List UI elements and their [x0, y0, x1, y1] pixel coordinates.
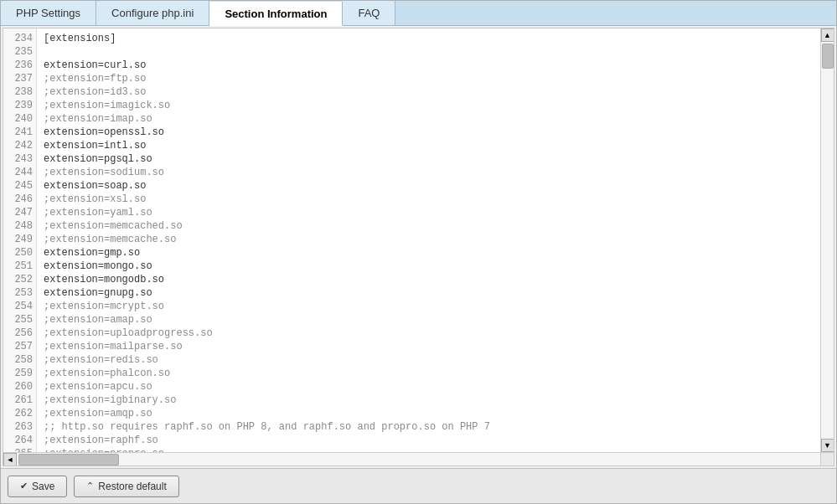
- vertical-scrollbar[interactable]: ▲ ▼: [820, 28, 834, 452]
- code-line-237: ;extension=ftp.so: [44, 72, 635, 85]
- line-number-249: 249: [5, 233, 33, 246]
- code-line-255: ;extension=amap.so: [44, 313, 635, 327]
- line-number-250: 250: [5, 246, 33, 260]
- code-line-259: ;extension=phalcon.so: [44, 367, 635, 380]
- code-scroll-area[interactable]: 2342352362372382392402412422432442452462…: [3, 28, 820, 452]
- save-icon: ✔: [20, 481, 28, 491]
- code-line-262: ;extension=amqp.so: [44, 407, 635, 420]
- code-line-240: ;extension=imap.so: [44, 112, 635, 126]
- line-number-257: 257: [5, 340, 33, 353]
- code-line-235: [44, 45, 635, 59]
- hscroll-thumb[interactable]: [18, 454, 119, 465]
- code-line-244: ;extension=sodium.so: [44, 166, 635, 179]
- tab-section-information[interactable]: Section Information: [209, 2, 343, 26]
- code-lines: [extensions]extension=curl.so;extension=…: [37, 28, 642, 452]
- code-line-261: ;extension=igbinary.so: [44, 393, 635, 407]
- line-number-238: 238: [5, 85, 33, 99]
- content-area: 2342352362372382392402412422432442452462…: [3, 28, 834, 466]
- code-line-241: extension=openssl.so: [44, 126, 635, 139]
- code-line-265: ;extension=propro.so: [44, 447, 635, 452]
- code-line-253: extension=gnupg.so: [44, 286, 635, 300]
- code-line-251: extension=mongo.so: [44, 260, 635, 273]
- code-line-236: extension=curl.so: [44, 59, 635, 72]
- line-number-240: 240: [5, 112, 33, 126]
- line-number-253: 253: [5, 286, 33, 300]
- line-number-236: 236: [5, 59, 33, 72]
- line-number-251: 251: [5, 260, 33, 273]
- hscroll-left-arrow[interactable]: ◄: [3, 453, 17, 466]
- code-line-239: ;extension=imagick.so: [44, 99, 635, 112]
- line-number-252: 252: [5, 273, 33, 286]
- code-line-264: ;extension=raphf.so: [44, 434, 635, 447]
- hscroll-track[interactable]: [17, 453, 820, 466]
- code-line-263: ;; http.so requires raphf.so on PHP 8, a…: [44, 420, 635, 434]
- line-number-258: 258: [5, 353, 33, 367]
- code-line-247: ;extension=yaml.so: [44, 206, 635, 219]
- line-number-235: 235: [5, 45, 33, 59]
- footer-bar: ✔ Save ⌃ Restore default: [1, 468, 836, 503]
- code-editor: 2342352362372382392402412422432442452462…: [3, 28, 834, 452]
- code-line-243: extension=pgsql.so: [44, 152, 635, 166]
- line-number-263: 263: [5, 420, 33, 434]
- line-number-262: 262: [5, 407, 33, 420]
- code-line-250: extension=gmp.so: [44, 246, 635, 260]
- code-line-249: ;extension=memcache.so: [44, 233, 635, 246]
- line-number-246: 246: [5, 193, 33, 206]
- restore-default-button[interactable]: ⌃ Restore default: [74, 476, 178, 497]
- line-number-242: 242: [5, 139, 33, 152]
- code-line-246: ;extension=xsl.so: [44, 193, 635, 206]
- code-line-258: ;extension=redis.so: [44, 353, 635, 367]
- code-line-256: ;extension=uploadprogress.so: [44, 327, 635, 340]
- line-number-241: 241: [5, 126, 33, 139]
- line-number-265: 265: [5, 447, 33, 452]
- tab-bar: PHP Settings Configure php.ini Section I…: [1, 1, 836, 26]
- tab-faq[interactable]: FAQ: [343, 1, 395, 25]
- line-number-237: 237: [5, 72, 33, 85]
- line-number-260: 260: [5, 380, 33, 393]
- line-number-264: 264: [5, 434, 33, 447]
- code-line-252: extension=mongodb.so: [44, 273, 635, 286]
- tab-configure-phpini[interactable]: Configure php.ini: [96, 1, 209, 25]
- line-number-255: 255: [5, 313, 33, 327]
- line-number-261: 261: [5, 393, 33, 407]
- restore-icon: ⌃: [86, 481, 94, 491]
- code-content: 2342352362372382392402412422432442452462…: [3, 28, 820, 452]
- code-line-242: extension=intl.so: [44, 139, 635, 152]
- code-line-248: ;extension=memcached.so: [44, 219, 635, 233]
- scroll-track[interactable]: [821, 42, 834, 439]
- code-line-238: ;extension=id3.so: [44, 85, 635, 99]
- scroll-thumb[interactable]: [822, 44, 834, 69]
- line-number-245: 245: [5, 179, 33, 193]
- tab-php-settings[interactable]: PHP Settings: [1, 1, 96, 25]
- code-line-260: ;extension=apcu.so: [44, 380, 635, 393]
- line-number-247: 247: [5, 206, 33, 219]
- line-number-259: 259: [5, 367, 33, 380]
- line-number-239: 239: [5, 99, 33, 112]
- line-number-244: 244: [5, 166, 33, 179]
- hscroll-corner: [820, 453, 834, 466]
- scroll-down-arrow[interactable]: ▼: [821, 439, 834, 452]
- code-line-254: ;extension=mcrypt.so: [44, 300, 635, 313]
- line-number-254: 254: [5, 300, 33, 313]
- line-numbers: 2342352362372382392402412422432442452462…: [3, 28, 37, 452]
- save-button[interactable]: ✔ Save: [8, 476, 67, 497]
- line-number-234: 234: [5, 32, 33, 45]
- horizontal-scrollbar[interactable]: ◄: [3, 452, 834, 465]
- line-number-248: 248: [5, 219, 33, 233]
- line-number-256: 256: [5, 327, 33, 340]
- code-line-245: extension=soap.so: [44, 179, 635, 193]
- line-number-243: 243: [5, 152, 33, 166]
- main-container: PHP Settings Configure php.ini Section I…: [0, 0, 837, 504]
- code-line-234: [extensions]: [44, 32, 635, 45]
- code-line-257: ;extension=mailparse.so: [44, 340, 635, 353]
- scroll-up-arrow[interactable]: ▲: [821, 28, 834, 42]
